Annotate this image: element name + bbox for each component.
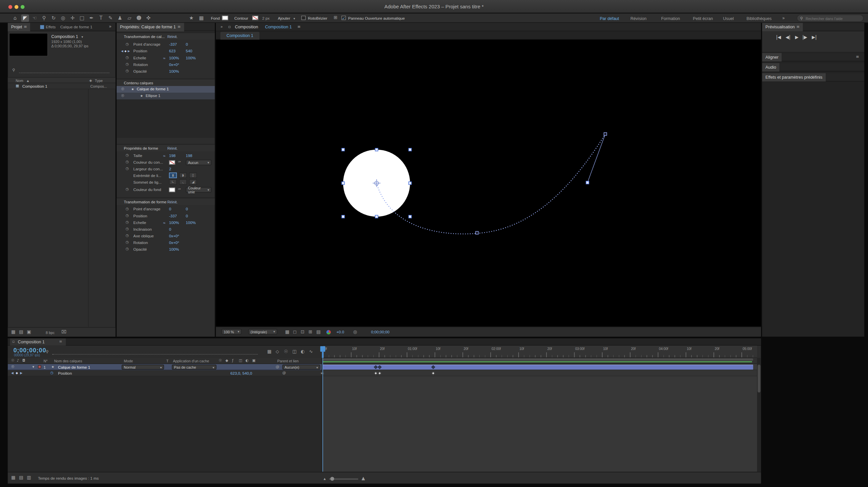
layer-duration-bar[interactable] (322, 365, 753, 370)
parent-select[interactable]: Aucun(e) ▾ (282, 365, 320, 370)
eyedropper-icon[interactable]: ✑ (178, 188, 181, 191)
show-channel-icon[interactable] (327, 330, 331, 334)
stopwatch-icon[interactable]: ◷ (126, 221, 129, 224)
shape-tool-icon[interactable]: □ (78, 15, 86, 22)
property-value-y[interactable]: 0 (186, 214, 188, 218)
previous-frame-button[interactable]: ◀| (785, 35, 790, 40)
keyframe-diamond[interactable] (374, 371, 378, 375)
workspace-tab-formation[interactable]: Formation (661, 16, 680, 21)
property-value-x[interactable]: 623 (169, 49, 176, 53)
fill-color-swatch[interactable] (222, 16, 228, 20)
grid-guides-icon[interactable]: ⊞ (308, 330, 312, 334)
link-icon[interactable]: ∞ (163, 221, 165, 224)
property-value[interactable]: 0 (169, 227, 172, 231)
viewer-timecode[interactable]: 0;00;00;00 (371, 330, 390, 334)
property-name[interactable]: Position (58, 371, 72, 375)
current-time-indicator-line[interactable] (322, 358, 323, 472)
tab-effets-target[interactable]: Calque de forme 1 (60, 25, 92, 29)
roto-brush-tool-icon[interactable]: ☻ (135, 15, 143, 22)
property-value[interactable]: 100% (169, 247, 179, 251)
timeline-zoom-slider[interactable] (329, 478, 358, 479)
fill-color-swatch[interactable] (169, 188, 175, 192)
next-frame-button[interactable]: |▶ (802, 35, 807, 40)
panel-menu-icon[interactable]: ≡ (298, 25, 301, 29)
rotobezier-checkbox[interactable] (302, 16, 306, 20)
eye-icon[interactable]: ☉ (11, 365, 14, 369)
collapse-switch-icon[interactable]: ◆ (225, 359, 228, 363)
link-icon[interactable]: ∞ (163, 154, 165, 157)
join-round-button[interactable]: ◟ (179, 179, 187, 185)
viewer-breadcrumb-target[interactable]: Composition 1 (265, 25, 292, 30)
column-nom[interactable]: Nom (16, 79, 23, 83)
keyframe-diamond[interactable] (378, 371, 382, 375)
keyframe-icon[interactable]: ◆ (16, 372, 18, 375)
mask-grid-icon[interactable]: ⊞ (334, 16, 337, 20)
current-time-indicator-handle[interactable] (320, 346, 325, 352)
zoom-in-timeline-icon[interactable]: ▲ (362, 476, 365, 481)
bezier-handle[interactable] (586, 181, 589, 184)
orbit-tool-icon[interactable]: ↻ (50, 15, 57, 22)
selection-tool-icon[interactable]: ◤ (21, 15, 29, 22)
tab-effets-label[interactable]: Effets (45, 25, 56, 29)
current-time-indicator-stem[interactable] (322, 352, 323, 358)
prev-keyframe-icon[interactable]: ◀ (121, 50, 123, 52)
tab-projet[interactable]: Projet ≡ (8, 23, 30, 31)
property-value-y[interactable]: 0 (186, 207, 188, 211)
eye-icon[interactable]: ☉ (121, 88, 124, 91)
snapshot-icon[interactable]: ◎ (353, 330, 357, 334)
puppet-pin-tool-icon[interactable]: ✜ (145, 15, 152, 22)
audio-column-icon[interactable]: ♪ (17, 359, 19, 363)
rulers-icon[interactable]: ▤ (316, 330, 321, 334)
keyframe-icon[interactable]: ◆ (125, 50, 127, 52)
list-item[interactable]: ☉ ★ Ellipse 1 (117, 93, 215, 99)
workspace-tab-bibliotheques[interactable]: Bibliothèques (746, 16, 771, 21)
stroke-type-select[interactable]: Aucun ▾ (186, 160, 212, 165)
keyframe-diamond[interactable] (431, 371, 435, 375)
path-keyframe[interactable] (476, 231, 478, 234)
draft-3d-icon[interactable]: ◇ (275, 350, 279, 354)
layer-track[interactable] (322, 364, 757, 370)
tab-audio[interactable]: Audio (762, 63, 779, 71)
home-icon[interactable]: ⌂ (11, 15, 19, 22)
shy-switch-icon[interactable]: ☉ (219, 359, 222, 363)
list-item[interactable]: ☉ ★ Calque de forme 1 (117, 86, 215, 93)
hand-tool-icon[interactable]: ☜ (31, 15, 38, 22)
region-of-interest-icon[interactable]: ⊡ (301, 330, 304, 334)
timeline-zoom-handle[interactable] (331, 477, 334, 481)
panel-menu-icon[interactable]: ≡ (59, 340, 62, 344)
composition-mini-flowchart-icon[interactable]: ▦ (267, 350, 272, 354)
workspace-tab-petit-ecran[interactable]: Petit écran (693, 16, 713, 21)
cap-butt-button[interactable]: ▮ (169, 173, 177, 178)
list-item-label[interactable]: Calque de forme 1 (136, 87, 168, 91)
stopwatch-icon[interactable]: ◷ (126, 188, 129, 191)
stopwatch-icon[interactable]: ◷ (126, 42, 129, 46)
property-track[interactable] (322, 370, 757, 376)
panel-menu-icon[interactable]: ≡ (796, 25, 800, 29)
stopwatch-icon[interactable]: ◷ (50, 371, 54, 375)
join-miter-button[interactable]: ∟ (169, 179, 177, 185)
add-shape-button[interactable]: Ajouter (278, 16, 290, 20)
column-mode[interactable]: Mode (124, 359, 133, 363)
property-value[interactable]: 0x+0° (169, 241, 179, 245)
frame-blend-switch-icon[interactable]: ◫ (239, 359, 242, 363)
property-value-y[interactable]: 100% (186, 56, 196, 60)
zoom-select[interactable]: 100 % ▾ (221, 329, 242, 335)
join-bevel-button[interactable]: ◢ (189, 179, 197, 185)
property-row-position[interactable]: ◀ ◆ ▶ ◷ Position 623,0, 540,0 @ (8, 370, 322, 376)
property-value-y[interactable]: 100% (186, 221, 196, 225)
tab-aligner[interactable]: Aligner (762, 53, 782, 61)
motion-blur-icon[interactable]: ◐ (301, 350, 305, 354)
column-track-matte[interactable]: Application d'un cache (173, 359, 209, 363)
property-value[interactable]: 2 (169, 167, 172, 171)
tab-composition-1[interactable]: Composition 1 (220, 32, 259, 39)
trash-icon[interactable]: ⌧ (61, 330, 66, 334)
property-value-x[interactable]: 100% (169, 56, 179, 60)
property-value-y[interactable]: 198 (186, 154, 192, 157)
eye-icon[interactable]: ☉ (121, 94, 124, 98)
workspace-tab-revision[interactable]: Révision (630, 16, 647, 21)
first-frame-button[interactable]: |◀ (776, 35, 781, 40)
sort-asc-icon[interactable]: ▲ (27, 79, 29, 82)
eyedropper-icon[interactable]: ✑ (178, 160, 181, 164)
property-value-y[interactable]: 540 (186, 49, 192, 53)
layer-row[interactable]: ☉ ▾ 1 ★ Calque de forme 1 Normal ▾ Pas d… (8, 364, 322, 370)
